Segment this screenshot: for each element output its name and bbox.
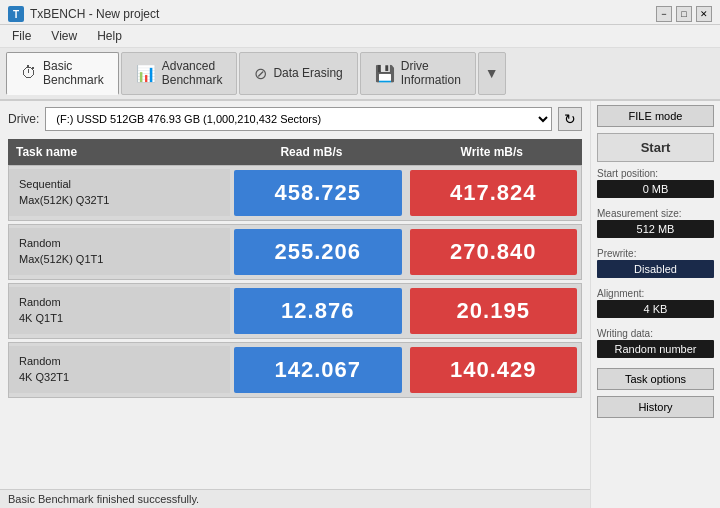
window-controls: − □ ✕ [656,6,712,22]
setting-prewrite: Prewrite: Disabled [597,248,714,278]
data-erasing-label: Data Erasing [273,66,342,80]
drive-select[interactable]: (F:) USSD 512GB 476.93 GB (1,000,210,432… [45,107,552,131]
minimize-button[interactable]: − [656,6,672,22]
content-area: Drive: (F:) USSD 512GB 476.93 GB (1,000,… [0,101,720,508]
history-button[interactable]: History [597,396,714,418]
data-erasing-icon: ⊘ [254,64,267,83]
basic-benchmark-label: BasicBenchmark [43,59,104,88]
table-header: Task name Read mB/s Write mB/s [8,139,582,165]
row-1-read-value: 458.725 [234,170,402,216]
row-1-write-cell: 417.824 [406,166,582,220]
prewrite-label: Prewrite: [597,248,714,259]
menu-view[interactable]: View [47,27,81,45]
title-bar-left: T TxBENCH - New project [8,6,159,22]
row-4-name: Random4K Q32T1 [9,346,230,393]
tab-data-erasing[interactable]: ⊘ Data Erasing [239,52,357,95]
alignment-label: Alignment: [597,288,714,299]
tab-advanced-benchmark[interactable]: 📊 AdvancedBenchmark [121,52,238,95]
drive-label: Drive: [8,112,39,126]
table-row: SequentialMax(512K) Q32T1 458.725 417.82… [8,165,582,221]
advanced-benchmark-icon: 📊 [136,64,156,83]
toolbar: ⏱ BasicBenchmark 📊 AdvancedBenchmark ⊘ D… [0,48,720,101]
header-read: Read mB/s [221,139,401,165]
row-2-name: RandomMax(512K) Q1T1 [9,228,230,275]
app-icon: T [8,6,24,22]
start-position-value: 0 MB [597,180,714,198]
maximize-button[interactable]: □ [676,6,692,22]
row-3-read-value: 12.876 [234,288,402,334]
row-1-name: SequentialMax(512K) Q32T1 [9,169,230,216]
drive-row: Drive: (F:) USSD 512GB 476.93 GB (1,000,… [8,107,582,131]
status-message: Basic Benchmark finished successfully. [8,493,199,505]
row-3-write-cell: 20.195 [406,284,582,338]
row-4-write-cell: 140.429 [406,343,582,397]
right-panel: FILE mode Start Start position: 0 MB Mea… [590,101,720,508]
start-position-label: Start position: [597,168,714,179]
row-1-read-cell: 458.725 [230,166,406,220]
window-title: TxBENCH - New project [30,7,159,21]
file-mode-button[interactable]: FILE mode [597,105,714,127]
measurement-size-value: 512 MB [597,220,714,238]
basic-benchmark-icon: ⏱ [21,64,37,82]
alignment-value: 4 KB [597,300,714,318]
table-row: Random4K Q1T1 12.876 20.195 [8,283,582,339]
close-button[interactable]: ✕ [696,6,712,22]
toolbar-dropdown[interactable]: ▼ [478,52,506,95]
tab-basic-benchmark[interactable]: ⏱ BasicBenchmark [6,52,119,95]
table-row: Random4K Q32T1 142.067 140.429 [8,342,582,398]
row-3-read-cell: 12.876 [230,284,406,338]
advanced-benchmark-label: AdvancedBenchmark [162,59,223,88]
menu-bar: File View Help [0,25,720,48]
start-button[interactable]: Start [597,133,714,162]
task-options-button[interactable]: Task options [597,368,714,390]
table-row: RandomMax(512K) Q1T1 255.206 270.840 [8,224,582,280]
row-1-write-value: 417.824 [410,170,578,216]
row-3-name: Random4K Q1T1 [9,287,230,334]
header-task-name: Task name [8,139,221,165]
benchmark-table: Task name Read mB/s Write mB/s Sequentia… [8,139,582,401]
writing-data-label: Writing data: [597,328,714,339]
header-write: Write mB/s [402,139,582,165]
row-4-write-value: 140.429 [410,347,578,393]
setting-alignment: Alignment: 4 KB [597,288,714,318]
app-window: T TxBENCH - New project − □ ✕ File View … [0,0,720,508]
setting-start-position: Start position: 0 MB [597,168,714,198]
writing-data-value: Random number [597,340,714,358]
row-2-read-cell: 255.206 [230,225,406,279]
measurement-size-label: Measurement size: [597,208,714,219]
row-3-write-value: 20.195 [410,288,578,334]
row-4-read-value: 142.067 [234,347,402,393]
setting-writing-data: Writing data: Random number [597,328,714,358]
row-2-write-value: 270.840 [410,229,578,275]
left-panel: Drive: (F:) USSD 512GB 476.93 GB (1,000,… [0,101,590,508]
menu-help[interactable]: Help [93,27,126,45]
tab-drive-information[interactable]: 💾 DriveInformation [360,52,476,95]
row-2-write-cell: 270.840 [406,225,582,279]
row-4-read-cell: 142.067 [230,343,406,397]
title-bar: T TxBENCH - New project − □ ✕ [0,0,720,25]
drive-information-label: DriveInformation [401,59,461,88]
status-bar: Basic Benchmark finished successfully. [0,489,590,508]
drive-refresh-button[interactable]: ↻ [558,107,582,131]
setting-measurement-size: Measurement size: 512 MB [597,208,714,238]
menu-file[interactable]: File [8,27,35,45]
row-2-read-value: 255.206 [234,229,402,275]
drive-information-icon: 💾 [375,64,395,83]
prewrite-value: Disabled [597,260,714,278]
